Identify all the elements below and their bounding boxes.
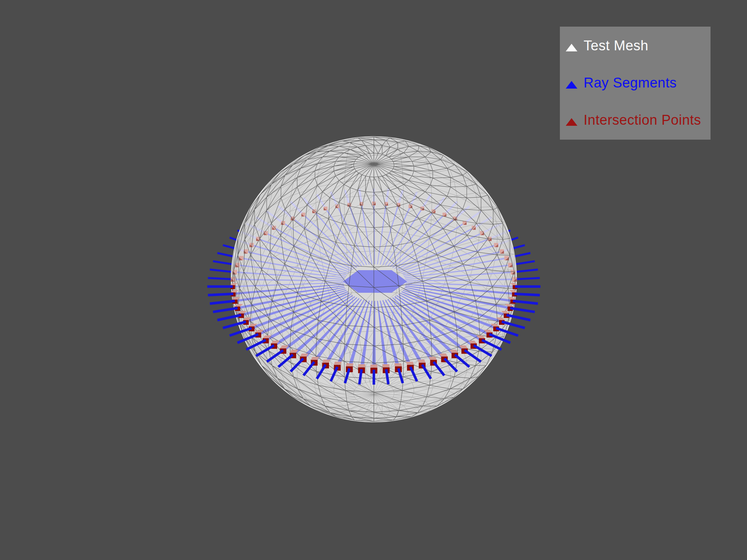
intersection-cube-top bbox=[382, 364, 390, 368]
intersection-cube-top bbox=[322, 359, 330, 362]
intersection-cube-top bbox=[346, 363, 353, 366]
legend-entry-test-mesh: Test Mesh bbox=[566, 37, 707, 54]
legend-label: Ray Segments bbox=[584, 76, 677, 90]
intersection-cube-top bbox=[394, 363, 402, 366]
intersection-cube-top bbox=[334, 362, 342, 365]
legend: Test MeshRay SegmentsIntersection Points bbox=[560, 27, 711, 140]
legend-label: Test Mesh bbox=[584, 39, 649, 52]
intersection-cube-top bbox=[371, 365, 378, 368]
triangle-icon bbox=[566, 44, 577, 51]
legend-entry-intersection-points: Intersection Points bbox=[566, 111, 707, 129]
triangle-icon bbox=[566, 81, 577, 89]
triangle-icon bbox=[566, 118, 577, 126]
intersection-cube-top bbox=[418, 359, 426, 362]
legend-entry-ray-segments: Ray Segments bbox=[566, 74, 707, 92]
legend-label: Intersection Points bbox=[584, 113, 701, 127]
render-window: Test MeshRay SegmentsIntersection Points bbox=[0, 0, 747, 560]
intersection-cube-top bbox=[406, 362, 414, 365]
intersection-cube-top bbox=[358, 364, 365, 368]
